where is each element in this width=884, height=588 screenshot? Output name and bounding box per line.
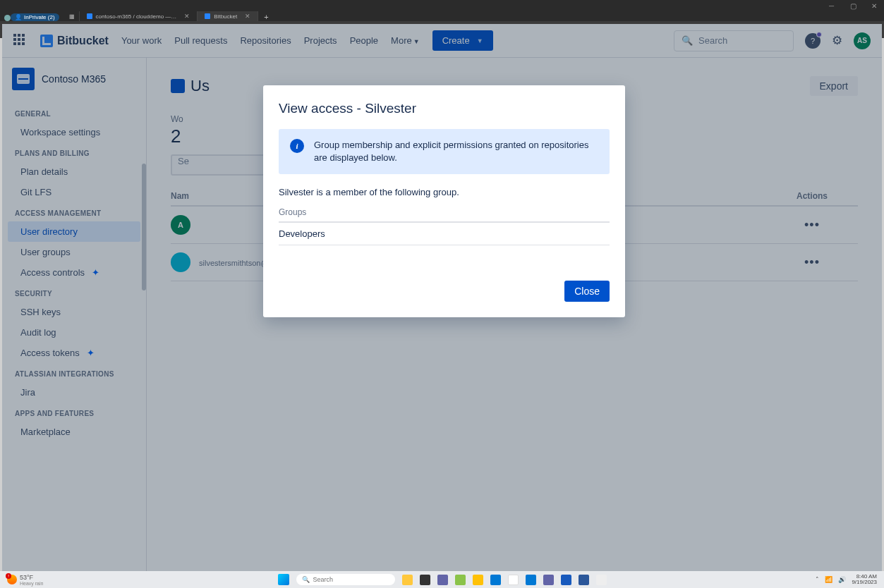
taskbar-app-icon[interactable] [561, 575, 571, 585]
user-avatar-icon: A [171, 215, 190, 235]
top-navigation: Bitbucket Your work Pull requests Reposi… [2, 24, 882, 58]
nav-projects[interactable]: Projects [304, 35, 337, 46]
bitbucket-logo-icon [40, 35, 53, 47]
groups-column-label: Groups [279, 207, 610, 223]
app-page: Bitbucket Your work Pull requests Reposi… [2, 24, 882, 571]
taskbar-app-icon[interactable] [490, 575, 501, 585]
scrollbar-thumb[interactable] [142, 164, 146, 290]
export-button[interactable]: Export [810, 76, 858, 96]
chevron-down-icon: ▼ [477, 37, 483, 44]
user-avatar[interactable]: AS [854, 32, 871, 49]
page-icon [171, 79, 185, 93]
workspace-icon [12, 68, 35, 90]
info-text: Group membership and explicit permission… [314, 139, 598, 164]
section-heading: PLANS AND BILLING [2, 142, 146, 161]
help-icon[interactable]: ? [805, 33, 821, 49]
section-heading: GENERAL [2, 103, 146, 122]
nav-your-work[interactable]: Your work [121, 35, 162, 46]
taskbar-app-icon[interactable] [455, 575, 466, 585]
browser-tab[interactable]: contoso-m365 / clouddemo —…✕ [80, 11, 198, 21]
row-actions-button[interactable]: ••• [766, 255, 858, 270]
sidebar-item-user-groups[interactable]: User groups [8, 242, 140, 262]
taskbar-clock[interactable]: 8:40 AM9/19/2023 [852, 574, 877, 585]
windows-taskbar: ! 53°FHeavy rain 🔍Search ˄ 📶 🔊 8:40 AM9/… [0, 571, 884, 588]
close-window-icon[interactable]: ✕ [871, 2, 878, 9]
taskbar-app-icon[interactable] [420, 575, 430, 585]
member-description: Silvester is a member of the following g… [279, 187, 610, 197]
browser-tab[interactable]: Bitbucket✕ [198, 11, 258, 21]
tray-chevron-icon[interactable]: ˄ [816, 576, 819, 583]
info-icon: i [290, 139, 304, 153]
taskbar-app-icon[interactable] [579, 575, 589, 585]
section-heading: APPS AND FEATURES [2, 403, 146, 422]
taskbar-app-icon[interactable] [508, 575, 519, 585]
tab-close-icon[interactable]: ✕ [245, 13, 250, 20]
taskbar-app-icon[interactable] [596, 575, 607, 585]
settings-icon[interactable]: ⚙ [832, 33, 842, 48]
search-icon: 🔍 [682, 35, 693, 46]
sidebar-item-jira[interactable]: Jira [8, 382, 140, 403]
page-title: Us [171, 77, 210, 95]
column-actions: Actions [766, 191, 858, 201]
info-banner: i Group membership and explicit permissi… [279, 129, 610, 174]
view-access-modal: View access - Silvester i Group membersh… [263, 85, 625, 317]
nav-repositories[interactable]: Repositories [240, 35, 291, 46]
notification-dot-icon [816, 32, 822, 37]
section-heading: ACCESS MANAGEMENT [2, 202, 146, 221]
row-actions-button[interactable]: ••• [766, 218, 858, 233]
workspace-header[interactable]: Contoso M365 [2, 68, 146, 103]
modal-title: View access - Silvester [279, 101, 610, 116]
sidebar-item-marketplace[interactable]: Marketplace [8, 422, 140, 442]
sidebar-item-ssh-keys[interactable]: SSH keys [8, 302, 140, 322]
window-titlebar: ─ ▢ ✕ [0, 0, 884, 11]
browser-tabbar: 👤InPrivate (2) ▦ contoso-m365 / clouddem… [0, 11, 884, 21]
bitbucket-favicon-icon [87, 13, 92, 19]
section-heading: ATLASSIAN INTEGRATIONS [2, 363, 146, 382]
sidebar-item-workspace-settings[interactable]: Workspace settings [8, 122, 140, 142]
sparkle-icon: ✦ [87, 348, 95, 358]
close-button[interactable]: Close [564, 281, 610, 302]
taskbar-app-icon[interactable] [543, 575, 554, 585]
wifi-icon[interactable]: 📶 [825, 576, 832, 583]
section-heading: SECURITY [2, 283, 146, 302]
sidebar: Contoso M365 GENERAL Workspace settings … [2, 58, 147, 571]
sidebar-item-audit-log[interactable]: Audit log [8, 322, 140, 343]
workspace-name: Contoso M365 [42, 73, 106, 85]
taskbar-search[interactable]: 🔍Search [296, 574, 395, 585]
new-tab-button[interactable]: + [258, 13, 274, 21]
group-row: Developers [279, 223, 610, 245]
sidebar-item-plan-details[interactable]: Plan details [8, 161, 140, 182]
chevron-down-icon: ▼ [413, 38, 420, 45]
sparkle-icon: ✦ [92, 267, 99, 278]
minimize-icon[interactable]: ─ [829, 2, 836, 9]
sidebar-item-git-lfs[interactable]: Git LFS [8, 182, 140, 202]
user-avatar-icon [171, 252, 190, 272]
weather-icon: ! [7, 575, 17, 584]
nav-people[interactable]: People [350, 35, 378, 46]
start-button[interactable] [278, 574, 289, 585]
bitbucket-favicon-icon [205, 13, 210, 19]
sidebar-item-user-directory[interactable]: User directory [8, 221, 140, 242]
taskbar-app-icon[interactable] [526, 575, 536, 585]
taskbar-app-icon[interactable] [437, 575, 448, 585]
browser-app-tab[interactable]: ▦ [65, 11, 80, 21]
app-switcher-icon[interactable] [13, 34, 28, 48]
inprivate-badge[interactable]: 👤InPrivate (2) [11, 13, 59, 21]
taskbar-app-icon[interactable] [402, 575, 413, 585]
profile-icon[interactable] [4, 15, 11, 21]
create-button[interactable]: Create▼ [432, 30, 493, 51]
nav-more[interactable]: More▼ [391, 35, 420, 46]
product-logo[interactable]: Bitbucket [40, 35, 109, 47]
nav-pull-requests[interactable]: Pull requests [174, 35, 227, 46]
maximize-icon[interactable]: ▢ [850, 2, 857, 9]
global-search-input[interactable]: 🔍Search [674, 30, 794, 51]
sidebar-item-access-tokens[interactable]: Access tokens✦ [8, 343, 140, 363]
search-icon: 🔍 [302, 576, 310, 583]
tab-close-icon[interactable]: ✕ [184, 13, 190, 20]
volume-icon[interactable]: 🔊 [838, 576, 846, 583]
sidebar-item-access-controls[interactable]: Access controls✦ [8, 262, 140, 283]
weather-widget[interactable]: ! 53°FHeavy rain [7, 574, 43, 586]
taskbar-app-icon[interactable] [473, 575, 483, 585]
